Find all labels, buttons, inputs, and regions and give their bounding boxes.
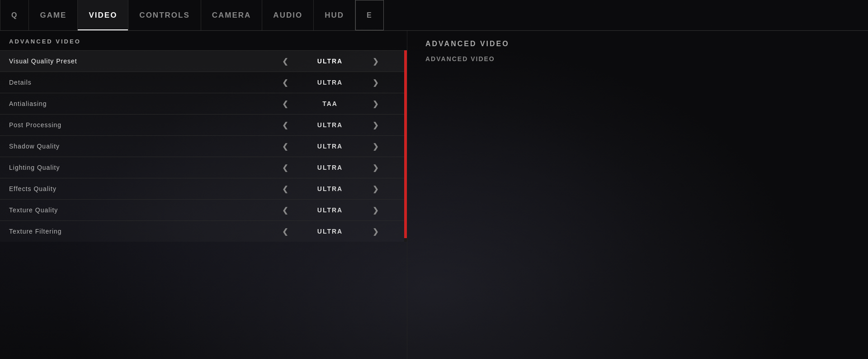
arrow-left-button[interactable]: ❮ [276, 115, 294, 136]
setting-label: Antialiasing [0, 100, 253, 107]
arrow-right-button[interactable]: ❯ [366, 72, 384, 93]
arrow-right-button[interactable]: ❯ [366, 115, 384, 136]
right-panel: ADVANCED VIDEO ADVANCED VIDEO [407, 31, 868, 359]
arrow-left-button[interactable]: ❮ [276, 136, 294, 157]
setting-value: ULTRA [294, 206, 366, 214]
arrow-left-button[interactable]: ❮ [276, 200, 294, 221]
scroll-thumb[interactable] [404, 50, 407, 238]
setting-value: ULTRA [294, 228, 366, 235]
nav-tab-q[interactable]: Q [0, 0, 29, 30]
setting-label: Details [0, 79, 253, 86]
arrow-right-button[interactable]: ❯ [366, 51, 384, 72]
arrow-left-button[interactable]: ❮ [276, 93, 294, 115]
setting-label: Texture Filtering [0, 228, 253, 235]
arrow-left-button[interactable]: ❮ [276, 51, 294, 72]
setting-control: ❮ULTRA❯ [253, 136, 407, 157]
setting-row[interactable]: Details❮ULTRA❯ [0, 72, 407, 93]
section-header: ADVANCED VIDEO [0, 31, 407, 50]
right-panel-title: ADVANCED VIDEO [425, 40, 850, 48]
setting-label: Lighting Quality [0, 164, 253, 171]
setting-label: Shadow Quality [0, 143, 253, 150]
arrow-left-button[interactable]: ❮ [276, 178, 294, 200]
setting-row[interactable]: Antialiasing❮TAA❯ [0, 93, 407, 114]
main-content: ADVANCED VIDEO Visual Quality Preset❮ULT… [0, 31, 868, 359]
setting-control: ❮ULTRA❯ [253, 178, 407, 200]
settings-list: Visual Quality Preset❮ULTRA❯Details❮ULTR… [0, 50, 407, 242]
setting-control: ❮ULTRA❯ [253, 115, 407, 136]
setting-control: ❮ULTRA❯ [253, 72, 407, 93]
setting-value: ULTRA [294, 79, 366, 86]
setting-label: Texture Quality [0, 206, 253, 214]
setting-row[interactable]: Texture Filtering❮ULTRA❯ [0, 220, 407, 242]
left-panel: ADVANCED VIDEO Visual Quality Preset❮ULT… [0, 31, 407, 359]
arrow-left-button[interactable]: ❮ [276, 157, 294, 178]
setting-control: ❮ULTRA❯ [253, 221, 407, 242]
arrow-right-button[interactable]: ❯ [366, 221, 384, 242]
top-navigation: QGAMEVIDEOCONTROLSCAMERAAUDIOHUDE [0, 0, 868, 31]
setting-control: ❮TAA❯ [253, 93, 407, 115]
setting-row[interactable]: Effects Quality❮ULTRA❯ [0, 178, 407, 199]
nav-tab-game[interactable]: GAME [29, 0, 78, 30]
setting-value: ULTRA [294, 185, 366, 192]
nav-tab-video[interactable]: VIDEO [78, 0, 128, 30]
setting-row[interactable]: Shadow Quality❮ULTRA❯ [0, 135, 407, 157]
setting-control: ❮ULTRA❯ [253, 200, 407, 221]
setting-value: ULTRA [294, 121, 366, 129]
setting-label: Effects Quality [0, 185, 253, 192]
setting-row[interactable]: Visual Quality Preset❮ULTRA❯ [0, 50, 407, 72]
setting-value: ULTRA [294, 143, 366, 150]
nav-tab-e[interactable]: E [355, 0, 384, 30]
nav-tab-audio[interactable]: AUDIO [262, 0, 314, 30]
setting-row[interactable]: Lighting Quality❮ULTRA❯ [0, 157, 407, 178]
setting-label: Post Processing [0, 121, 253, 129]
setting-control: ❮ULTRA❯ [253, 157, 407, 178]
arrow-right-button[interactable]: ❯ [366, 93, 384, 115]
arrow-right-button[interactable]: ❯ [366, 200, 384, 221]
nav-tab-hud[interactable]: HUD [314, 0, 355, 30]
setting-value: ULTRA [294, 164, 366, 171]
setting-row[interactable]: Post Processing❮ULTRA❯ [0, 114, 407, 135]
setting-label: Visual Quality Preset [0, 57, 253, 65]
setting-value: ULTRA [294, 57, 366, 65]
arrow-right-button[interactable]: ❯ [366, 157, 384, 178]
arrow-left-button[interactable]: ❮ [276, 221, 294, 242]
nav-tab-controls[interactable]: CONTROLS [128, 0, 201, 30]
setting-control: ❮ULTRA❯ [253, 51, 407, 72]
right-panel-description: ADVANCED VIDEO [425, 55, 850, 62]
arrow-right-button[interactable]: ❯ [366, 136, 384, 157]
nav-tab-camera[interactable]: CAMERA [201, 0, 263, 30]
arrow-right-button[interactable]: ❯ [366, 178, 384, 200]
setting-row[interactable]: Texture Quality❮ULTRA❯ [0, 199, 407, 220]
setting-value: TAA [294, 100, 366, 107]
scroll-indicator[interactable] [404, 50, 407, 242]
arrow-left-button[interactable]: ❮ [276, 72, 294, 93]
